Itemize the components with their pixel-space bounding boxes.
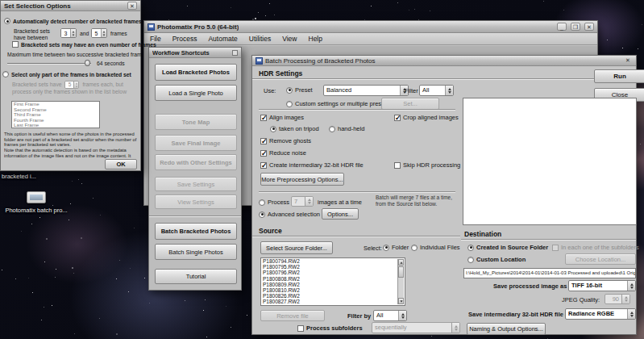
process-radio[interactable]: Process	[259, 199, 289, 206]
filter-by-select[interactable]: All	[373, 310, 407, 321]
max-frames-spinner[interactable]: 5	[91, 28, 107, 38]
batch-dialog-titlebar[interactable]: Batch Processing of Bracketed Photos ✕	[252, 56, 636, 66]
file-item[interactable]: P1800809.RW2	[261, 282, 405, 287]
even-number-checkbox[interactable]: Bracketed sets may have an even number o…	[12, 41, 156, 48]
skip-hdr-checkbox[interactable]: Skip HDR processing	[394, 161, 460, 169]
merge-note: Batch will merge 7 files at a time, from…	[376, 195, 459, 207]
file-item[interactable]: P1800808.RW2	[261, 276, 405, 282]
auto-detect-radio[interactable]: Automatically detect number of bracketed…	[4, 18, 142, 24]
remove-ghosts-checkbox[interactable]: Remove ghosts	[260, 137, 311, 144]
desktop-icon-label[interactable]: Photomatix batch pro...	[3, 207, 69, 214]
destination-divider	[461, 239, 636, 241]
process-count-select[interactable]: 7	[291, 196, 314, 207]
custom-location-path[interactable]: I:\Hold_My_Pictures\2014\2014-01\2014-01…	[463, 268, 636, 278]
process-subfolders-checkbox[interactable]: Process subfolders	[297, 324, 363, 332]
main-window-titlebar[interactable]: Photomatix Pro 5.0 (64-bit) _ ❐ ✕	[144, 21, 597, 33]
handheld-radio[interactable]: hand-held	[329, 125, 364, 132]
each-subfolder-checkbox[interactable]: In each one of the subfolders	[552, 244, 639, 251]
combo-arrows-icon	[445, 86, 453, 95]
preset-select[interactable]: Balanced	[323, 85, 409, 96]
remove-file-button[interactable]: Remove file	[260, 310, 325, 321]
menu-automate[interactable]: Automate	[202, 34, 243, 44]
save-settings-button[interactable]: Save Settings	[155, 177, 237, 191]
file-list-scrollbar[interactable]	[397, 259, 404, 304]
save-hdr-as-select[interactable]: Radiance RGBE	[565, 308, 636, 320]
crop-aligned-checkbox[interactable]: Crop aligned images	[394, 114, 459, 121]
batch-close-icon[interactable]: ✕	[623, 56, 633, 65]
run-button[interactable]: Run	[594, 69, 644, 83]
max-time-label: Maximum time between two successive brac…	[7, 52, 141, 57]
save-as-label: Save processed image as	[493, 282, 567, 290]
file-item[interactable]: P1800795.RW2	[261, 264, 405, 270]
batch-bracketed-photos-button[interactable]: Batch Bracketed Photos	[155, 223, 237, 240]
jpeg-quality-spinner[interactable]: 90	[605, 294, 630, 304]
selection-close-icon[interactable]: ✕	[127, 2, 137, 10]
frame-item[interactable]: Last Frame	[12, 123, 99, 128]
view-settings-button[interactable]: View Settings	[155, 195, 237, 209]
tutorial-button[interactable]: Tutorial	[155, 269, 237, 284]
created-in-source-radio[interactable]: Created in Source Folder	[467, 244, 548, 251]
select-label: Select:	[364, 245, 382, 252]
individual-files-radio[interactable]: Individual Files	[411, 244, 460, 251]
scroll-up-icon[interactable]	[398, 259, 404, 266]
naming-output-options-button[interactable]: Naming & Output Options...	[467, 323, 546, 335]
hdr-divider	[252, 78, 636, 80]
ok-button[interactable]: OK	[105, 159, 137, 170]
maximize-button[interactable]: ❐	[571, 23, 580, 31]
subfolders-mode-select[interactable]: sequentially	[372, 322, 460, 333]
advanced-selection-radio[interactable]: Advanced selection	[259, 211, 320, 218]
part-frames-spinner[interactable]: 5	[64, 81, 79, 89]
menu-process[interactable]: Process	[167, 34, 203, 44]
select-part-radio[interactable]: Select only part of the frames in bracke…	[2, 71, 131, 77]
filter-select[interactable]: All	[419, 85, 454, 96]
panel-close-icon[interactable]	[232, 50, 238, 56]
min-frames-spinner[interactable]: 3	[60, 28, 77, 38]
close-button[interactable]: ✕	[584, 23, 594, 31]
file-item[interactable]: P1800810.RW2	[261, 287, 405, 293]
scroll-thumb[interactable]	[398, 266, 404, 278]
max-time-slider-track[interactable]	[7, 63, 91, 65]
batch-single-photos-button[interactable]: Batch Single Photos	[155, 244, 237, 260]
sets-have-between-label: Bracketed sets have between	[14, 28, 59, 41]
file-item[interactable]: P1800827.RW2	[261, 299, 405, 304]
workflow-panel-titlebar[interactable]: Workflow Shortcuts	[149, 48, 241, 58]
preset-radio[interactable]: Preset	[286, 86, 313, 94]
custom-location-radio[interactable]: Custom Location	[467, 256, 526, 263]
redo-other-settings-button[interactable]: Redo with Other Settings	[155, 154, 237, 170]
reduce-noise-checkbox[interactable]: Reduce noise	[260, 149, 306, 157]
slider-value-label: 64 seconds	[97, 61, 125, 66]
select-source-folder-button[interactable]: Select Source Folder...	[260, 241, 333, 254]
save-as-select[interactable]: TIFF 16-bit	[568, 280, 636, 291]
minimize-button[interactable]: _	[557, 23, 567, 31]
align-images-checkbox[interactable]: Align images	[260, 114, 304, 121]
spinner-arrows-icon	[70, 29, 76, 37]
selection-dialog-titlebar[interactable]: Set Selection Options ✕	[1, 1, 140, 11]
set-button[interactable]: Set...	[381, 98, 439, 110]
frame-selection-list[interactable]: First Frame Second Frame Third Frame Fou…	[11, 101, 100, 128]
scroll-down-icon[interactable]	[398, 298, 404, 304]
custom-settings-radio[interactable]: Custom settings or multiple presets	[286, 100, 389, 107]
menu-help[interactable]: Help	[303, 34, 328, 44]
tone-map-button[interactable]: Tone Map	[155, 114, 237, 130]
choose-location-button[interactable]: Choose Location...	[565, 253, 636, 265]
save-final-image-button[interactable]: Save Final Image	[155, 135, 237, 151]
load-single-photo-button[interactable]: Load a Single Photo	[155, 85, 237, 101]
folder-radio[interactable]: Folder	[383, 244, 409, 251]
set-selection-options-dialog: Set Selection Options ✕ Automatically de…	[0, 0, 141, 171]
file-item[interactable]: P1800794.RW2	[261, 258, 405, 264]
photomatix-shortcut-icon[interactable]	[27, 191, 46, 203]
batch-status-list[interactable]	[463, 98, 637, 225]
advanced-radio-circle	[259, 211, 265, 218]
desktop-icon-label-partial[interactable]: bracketed i...	[2, 173, 36, 180]
options-button[interactable]: Options...	[322, 208, 359, 220]
max-time-slider-handle[interactable]	[85, 60, 90, 66]
create-hdr-file-checkbox[interactable]: Create intermediary 32-bit HDR file	[260, 161, 364, 169]
menu-utilities[interactable]: Utilities	[243, 34, 276, 44]
tripod-radio[interactable]: taken on tripod	[270, 125, 319, 132]
load-bracketed-photos-button[interactable]: Load Bracketed Photos	[155, 64, 237, 81]
menu-view[interactable]: View	[276, 34, 302, 44]
more-preprocessing-button[interactable]: More Preprocessing Options...	[260, 173, 344, 186]
source-file-list[interactable]: P1800794.RW2 P1800795.RW2 P1800796.RW2 P…	[260, 257, 405, 306]
file-item[interactable]: P1800796.RW2	[261, 270, 405, 275]
file-item[interactable]: P1800826.RW2	[261, 293, 405, 299]
